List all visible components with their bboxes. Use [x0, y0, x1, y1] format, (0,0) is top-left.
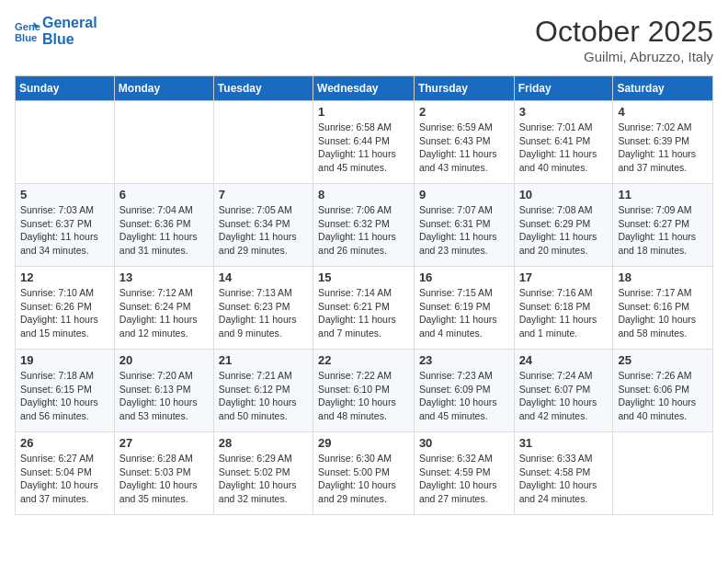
- day-info: Sunrise: 7:21 AM Sunset: 6:12 PM Dayligh…: [219, 369, 308, 423]
- day-cell: 11Sunrise: 7:09 AM Sunset: 6:27 PM Dayli…: [613, 184, 713, 267]
- day-number: 3: [519, 105, 609, 119]
- svg-text:Blue: Blue: [15, 32, 37, 43]
- day-info: Sunrise: 7:08 AM Sunset: 6:29 PM Dayligh…: [519, 203, 609, 258]
- logo-text-line1: General: [42, 15, 97, 31]
- day-number: 19: [20, 353, 109, 367]
- day-info: Sunrise: 7:06 AM Sunset: 6:32 PM Dayligh…: [318, 203, 409, 258]
- week-row-3: 12Sunrise: 7:10 AM Sunset: 6:26 PM Dayli…: [16, 267, 713, 350]
- day-info: Sunrise: 7:22 AM Sunset: 6:10 PM Dayligh…: [318, 369, 409, 423]
- day-number: 10: [519, 188, 609, 201]
- day-number: 16: [419, 270, 509, 284]
- day-cell: 24Sunrise: 7:24 AM Sunset: 6:07 PM Dayli…: [514, 350, 613, 432]
- day-cell: 27Sunrise: 6:28 AM Sunset: 5:03 PM Dayli…: [114, 432, 213, 515]
- day-info: Sunrise: 7:14 AM Sunset: 6:21 PM Dayligh…: [318, 286, 409, 340]
- day-cell: 21Sunrise: 7:21 AM Sunset: 6:12 PM Dayli…: [213, 350, 313, 432]
- day-info: Sunrise: 7:02 AM Sunset: 6:39 PM Dayligh…: [618, 121, 708, 175]
- day-cell: 9Sunrise: 7:07 AM Sunset: 6:31 PM Daylig…: [414, 184, 514, 267]
- column-header-saturday: Saturday: [613, 76, 713, 101]
- day-info: Sunrise: 7:23 AM Sunset: 6:09 PM Dayligh…: [419, 369, 509, 423]
- day-number: 29: [318, 436, 409, 450]
- day-number: 14: [219, 270, 308, 284]
- day-cell: 13Sunrise: 7:12 AM Sunset: 6:24 PM Dayli…: [114, 267, 213, 350]
- day-number: 28: [219, 436, 308, 450]
- day-cell: 6Sunrise: 7:04 AM Sunset: 6:36 PM Daylig…: [114, 184, 213, 267]
- day-number: 26: [20, 436, 109, 450]
- day-cell: 16Sunrise: 7:15 AM Sunset: 6:19 PM Dayli…: [414, 267, 514, 350]
- column-header-friday: Friday: [514, 76, 613, 101]
- page-header: General Blue General Blue October 2025 G…: [15, 15, 713, 64]
- day-number: 25: [618, 353, 708, 367]
- week-row-4: 19Sunrise: 7:18 AM Sunset: 6:15 PM Dayli…: [16, 350, 713, 432]
- day-number: 1: [318, 105, 409, 119]
- day-info: Sunrise: 7:17 AM Sunset: 6:16 PM Dayligh…: [618, 286, 708, 340]
- day-number: 23: [419, 353, 509, 367]
- day-number: 15: [318, 270, 409, 284]
- day-info: Sunrise: 6:32 AM Sunset: 4:59 PM Dayligh…: [419, 452, 509, 506]
- day-cell: 3Sunrise: 7:01 AM Sunset: 6:41 PM Daylig…: [514, 101, 613, 184]
- day-number: 20: [119, 353, 209, 367]
- day-cell: 14Sunrise: 7:13 AM Sunset: 6:23 PM Dayli…: [213, 267, 313, 350]
- day-cell: 19Sunrise: 7:18 AM Sunset: 6:15 PM Dayli…: [16, 350, 115, 432]
- day-cell: 23Sunrise: 7:23 AM Sunset: 6:09 PM Dayli…: [414, 350, 514, 432]
- day-cell: 5Sunrise: 7:03 AM Sunset: 6:37 PM Daylig…: [16, 184, 115, 267]
- day-number: 17: [519, 270, 609, 284]
- day-number: 8: [318, 188, 409, 201]
- title-block: October 2025 Guilmi, Abruzzo, Italy: [535, 15, 713, 64]
- day-info: Sunrise: 7:05 AM Sunset: 6:34 PM Dayligh…: [219, 203, 308, 258]
- day-number: 22: [318, 353, 409, 367]
- day-cell: 28Sunrise: 6:29 AM Sunset: 5:02 PM Dayli…: [213, 432, 313, 515]
- location: Guilmi, Abruzzo, Italy: [535, 49, 713, 64]
- header-row: SundayMondayTuesdayWednesdayThursdayFrid…: [16, 76, 713, 101]
- day-info: Sunrise: 6:27 AM Sunset: 5:04 PM Dayligh…: [20, 452, 109, 506]
- day-number: 9: [419, 188, 509, 201]
- day-cell: 17Sunrise: 7:16 AM Sunset: 6:18 PM Dayli…: [514, 267, 613, 350]
- day-info: Sunrise: 6:33 AM Sunset: 4:58 PM Dayligh…: [519, 452, 609, 506]
- day-cell: 4Sunrise: 7:02 AM Sunset: 6:39 PM Daylig…: [613, 101, 713, 184]
- day-info: Sunrise: 7:01 AM Sunset: 6:41 PM Dayligh…: [519, 121, 609, 175]
- day-number: 12: [20, 270, 109, 284]
- day-info: Sunrise: 6:58 AM Sunset: 6:44 PM Dayligh…: [318, 121, 409, 175]
- day-number: 11: [618, 188, 708, 201]
- day-info: Sunrise: 6:30 AM Sunset: 5:00 PM Dayligh…: [318, 452, 409, 506]
- day-cell: 18Sunrise: 7:17 AM Sunset: 6:16 PM Dayli…: [613, 267, 713, 350]
- day-cell: 26Sunrise: 6:27 AM Sunset: 5:04 PM Dayli…: [16, 432, 115, 515]
- column-header-tuesday: Tuesday: [213, 76, 313, 101]
- day-cell: 30Sunrise: 6:32 AM Sunset: 4:59 PM Dayli…: [414, 432, 514, 515]
- day-cell: 20Sunrise: 7:20 AM Sunset: 6:13 PM Dayli…: [114, 350, 213, 432]
- day-number: 6: [119, 188, 209, 201]
- day-number: 18: [618, 270, 708, 284]
- day-number: 30: [419, 436, 509, 450]
- day-cell: [114, 101, 213, 184]
- day-number: 13: [119, 270, 209, 284]
- day-number: 31: [519, 436, 609, 450]
- logo-text-line2: Blue: [42, 31, 97, 48]
- day-info: Sunrise: 7:09 AM Sunset: 6:27 PM Dayligh…: [618, 203, 708, 258]
- column-header-sunday: Sunday: [16, 76, 115, 101]
- day-info: Sunrise: 7:12 AM Sunset: 6:24 PM Dayligh…: [119, 286, 209, 340]
- column-header-wednesday: Wednesday: [313, 76, 415, 101]
- day-info: Sunrise: 6:29 AM Sunset: 5:02 PM Dayligh…: [219, 452, 308, 506]
- day-cell: 7Sunrise: 7:05 AM Sunset: 6:34 PM Daylig…: [213, 184, 313, 267]
- day-info: Sunrise: 7:03 AM Sunset: 6:37 PM Dayligh…: [20, 203, 109, 258]
- day-cell: 29Sunrise: 6:30 AM Sunset: 5:00 PM Dayli…: [313, 432, 415, 515]
- week-row-2: 5Sunrise: 7:03 AM Sunset: 6:37 PM Daylig…: [16, 184, 713, 267]
- day-cell: 31Sunrise: 6:33 AM Sunset: 4:58 PM Dayli…: [514, 432, 613, 515]
- week-row-1: 1Sunrise: 6:58 AM Sunset: 6:44 PM Daylig…: [16, 101, 713, 184]
- day-cell: [613, 432, 713, 515]
- column-header-monday: Monday: [114, 76, 213, 101]
- month-title: October 2025: [535, 15, 713, 49]
- day-number: 5: [20, 188, 109, 201]
- day-cell: 25Sunrise: 7:26 AM Sunset: 6:06 PM Dayli…: [613, 350, 713, 432]
- day-cell: [16, 101, 115, 184]
- week-row-5: 26Sunrise: 6:27 AM Sunset: 5:04 PM Dayli…: [16, 432, 713, 515]
- day-cell: 12Sunrise: 7:10 AM Sunset: 6:26 PM Dayli…: [16, 267, 115, 350]
- day-info: Sunrise: 7:13 AM Sunset: 6:23 PM Dayligh…: [219, 286, 308, 340]
- day-info: Sunrise: 7:18 AM Sunset: 6:15 PM Dayligh…: [20, 369, 109, 423]
- day-cell: 8Sunrise: 7:06 AM Sunset: 6:32 PM Daylig…: [313, 184, 415, 267]
- day-info: Sunrise: 7:07 AM Sunset: 6:31 PM Dayligh…: [419, 203, 509, 258]
- day-cell: 2Sunrise: 6:59 AM Sunset: 6:43 PM Daylig…: [414, 101, 514, 184]
- day-number: 21: [219, 353, 308, 367]
- day-number: 4: [618, 105, 708, 119]
- day-cell: 15Sunrise: 7:14 AM Sunset: 6:21 PM Dayli…: [313, 267, 415, 350]
- logo: General Blue General Blue: [15, 15, 97, 47]
